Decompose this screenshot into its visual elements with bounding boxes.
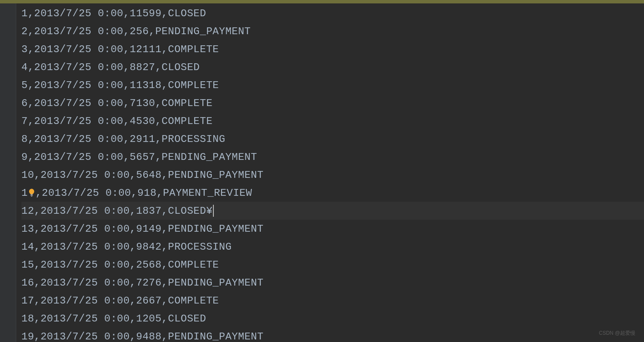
code-line[interactable]: 2,2013/7/25 0:00,256,PENDING_PAYMENT <box>21 22 644 40</box>
gutter-cell <box>0 327 16 342</box>
code-line[interactable]: 9,2013/7/25 0:00,5657,PENDING_PAYMENT <box>21 148 644 166</box>
code-text: 3,2013/7/25 0:00,12111,COMPLETE <box>21 44 219 55</box>
code-line[interactable]: 14,2013/7/25 0:00,9842,PROCESSING <box>21 238 644 256</box>
gutter-cell <box>0 183 16 201</box>
code-text: 6,2013/7/25 0:00,7130,COMPLETE <box>21 97 213 109</box>
svg-rect-2 <box>30 195 32 196</box>
gutter-cell <box>0 111 16 129</box>
code-line[interactable]: 8,2013/7/25 0:00,2911,PROCESSING <box>21 130 644 148</box>
code-line[interactable]: 15,2013/7/25 0:00,2568,COMPLETE <box>21 256 644 274</box>
svg-rect-1 <box>30 194 32 195</box>
gutter-cell <box>0 57 16 75</box>
gutter-cell <box>0 309 16 327</box>
code-text: 2,2013/7/25 0:00,256,PENDING_PAYMENT <box>21 26 251 37</box>
code-line[interactable]: 7,2013/7/25 0:00,4530,COMPLETE <box>21 112 644 130</box>
lightbulb-icon[interactable] <box>28 189 35 197</box>
gutter-cell <box>0 273 16 291</box>
gutter-cell <box>0 237 16 255</box>
editor-container: 1,2013/7/25 0:00,11599,CLOSED2,2013/7/25… <box>0 3 644 342</box>
code-line[interactable]: 19,2013/7/25 0:00,9488,PENDING_PAYMENT <box>21 327 644 342</box>
code-text: 5,2013/7/25 0:00,11318,COMPLETE <box>21 80 219 91</box>
code-text: 14,2013/7/25 0:00,9842,PROCESSING <box>21 241 232 253</box>
code-line[interactable]: 18,2013/7/25 0:00,1205,CLOSED <box>21 310 644 327</box>
text-caret <box>213 205 214 217</box>
code-line[interactable]: 16,2013/7/25 0:00,7276,PENDING_PAYMENT <box>21 274 644 292</box>
gutter-cell <box>0 75 16 93</box>
code-line[interactable]: 10,2013/7/25 0:00,5648,PENDING_PAYMENT <box>21 166 644 184</box>
code-line[interactable]: 1 ,2013/7/25 0:00,918,PAYMENT_REVIEW <box>21 184 644 202</box>
gutter-cell <box>0 165 16 183</box>
code-text: 8,2013/7/25 0:00,2911,PROCESSING <box>21 133 225 145</box>
code-text: 9,2013/7/25 0:00,5657,PENDING_PAYMENT <box>21 151 257 163</box>
code-line[interactable]: 13,2013/7/25 0:00,9149,PENDING_PAYMENT <box>21 220 644 238</box>
code-line[interactable]: 1,2013/7/25 0:00,11599,CLOSED <box>21 4 644 22</box>
code-text: ,2013/7/25 0:00,918,PAYMENT_REVIEW <box>35 187 252 199</box>
code-line[interactable]: 12,2013/7/25 0:00,1837,CLOSED¥ <box>21 202 644 220</box>
gutter-cell <box>0 129 16 147</box>
code-line[interactable]: 4,2013/7/25 0:00,8827,CLOSED <box>21 58 644 76</box>
gutter-cell <box>0 93 16 111</box>
code-text: 4,2013/7/25 0:00,8827,CLOSED <box>21 62 200 73</box>
code-text: 12,2013/7/25 0:00,1837,CLOSED¥ <box>21 205 213 217</box>
code-text: 18,2013/7/25 0:00,1205,CLOSED <box>21 313 206 324</box>
gutter-cell <box>0 147 16 165</box>
gutter-cell <box>0 291 16 309</box>
svg-point-0 <box>29 189 34 195</box>
code-text: 10,2013/7/25 0:00,5648,PENDING_PAYMENT <box>21 169 263 181</box>
code-text: 1,2013/7/25 0:00,11599,CLOSED <box>21 8 206 19</box>
code-text: 16,2013/7/25 0:00,7276,PENDING_PAYMENT <box>21 277 263 289</box>
code-text: 19,2013/7/25 0:00,9488,PENDING_PAYMENT <box>21 331 263 342</box>
svg-rect-3 <box>31 196 32 197</box>
code-line[interactable]: 3,2013/7/25 0:00,12111,COMPLETE <box>21 40 644 58</box>
gutter-cell <box>0 255 16 273</box>
watermark-text: CSDN @超爱慢 <box>599 330 635 337</box>
code-text: 1 <box>21 187 28 199</box>
code-line[interactable]: 5,2013/7/25 0:00,11318,COMPLETE <box>21 76 644 94</box>
code-line[interactable]: 17,2013/7/25 0:00,2667,COMPLETE <box>21 292 644 310</box>
gutter-cell <box>0 3 16 21</box>
code-editor-area[interactable]: 1,2013/7/25 0:00,11599,CLOSED2,2013/7/25… <box>16 3 644 342</box>
gutter-cell <box>0 219 16 237</box>
code-text: 15,2013/7/25 0:00,2568,COMPLETE <box>21 259 219 271</box>
code-text: 13,2013/7/25 0:00,9149,PENDING_PAYMENT <box>21 223 263 235</box>
code-line[interactable]: 6,2013/7/25 0:00,7130,COMPLETE <box>21 94 644 112</box>
code-text: 7,2013/7/25 0:00,4530,COMPLETE <box>21 115 213 127</box>
editor-gutter <box>0 3 16 342</box>
editor-top-selection-bar <box>0 0 644 3</box>
gutter-cell <box>0 21 16 39</box>
gutter-cell <box>0 39 16 57</box>
gutter-cell <box>0 201 16 219</box>
code-text: 17,2013/7/25 0:00,2667,COMPLETE <box>21 295 219 307</box>
